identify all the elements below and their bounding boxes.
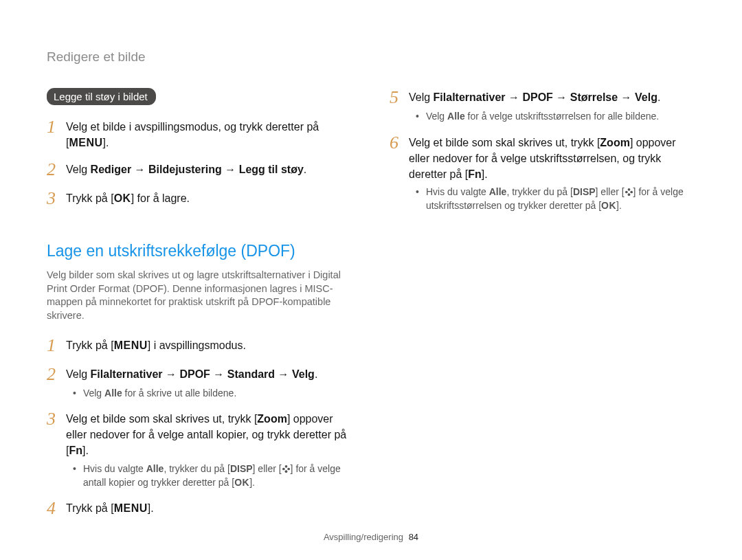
step-text: ]. <box>82 445 89 456</box>
menu-icon: MENU <box>114 339 148 351</box>
svg-point-7 <box>627 193 630 196</box>
dpof-step-4: 4 Trykk på [MENU]. <box>47 499 352 517</box>
svg-point-0 <box>284 465 287 468</box>
step-number: 6 <box>390 133 402 183</box>
zoom-label: Zoom <box>600 137 630 148</box>
step-text: ] i avspillingsmodus. <box>148 339 246 351</box>
menu-icon: MENU <box>69 137 102 148</box>
bullet-text: Hvis du valgte <box>83 463 146 474</box>
step-text: Trykk på [ <box>66 339 114 351</box>
list-item: Velg Alle for å skrive ut alle bildene. <box>73 386 352 400</box>
flower-icon <box>625 188 633 197</box>
menu-path: Filalternativer → DPOF → Standard → Velg <box>91 368 315 380</box>
menu-path: Rediger → Bildejustering → Legg til støy <box>91 164 304 175</box>
bullet-bold: Alle <box>104 388 122 399</box>
bullet-text: for å skrive ut alle bildene. <box>122 388 237 399</box>
flower-icon <box>282 464 291 473</box>
ok-icon: OK <box>114 192 131 204</box>
fn-label: Fn <box>69 445 82 456</box>
step-text: . <box>315 368 317 380</box>
footer-section: Avspilling/redigering <box>324 532 403 542</box>
dpof-step-3: 3 Velg et bilde som skal skrives ut, try… <box>47 410 352 459</box>
step-text: ]. <box>482 168 488 180</box>
step-number: 3 <box>47 410 59 459</box>
section-description: Velg bilder som skal skrives ut og lagre… <box>47 269 352 322</box>
menu-path: Filalternativer → DPOF → Størrelse → Vel… <box>434 91 657 103</box>
step-number: 2 <box>47 160 59 179</box>
page-header: Redigere et bilde <box>47 49 695 65</box>
bullet-text: ]. <box>616 200 622 211</box>
step-text: Trykk på [ <box>66 502 114 514</box>
step-number: 1 <box>47 336 59 355</box>
bullet-text: for å velge utskriftsstørrelsen for alle… <box>465 111 659 122</box>
menu-icon: MENU <box>114 502 148 514</box>
step-text: ]. <box>148 502 154 514</box>
step-number: 5 <box>390 88 402 107</box>
step-number: 2 <box>47 365 59 383</box>
dpof-step-5: 5 Velg Filalternativer → DPOF → Størrels… <box>390 88 695 107</box>
step-number: 4 <box>47 499 59 517</box>
step-number: 1 <box>47 117 59 150</box>
bullet-bold: Alle <box>447 111 465 122</box>
content-columns: Legge til støy i bildet 1 Velg et bilde … <box>47 88 695 528</box>
bullet-text: , trykker du på [ <box>506 186 572 197</box>
list-item: Hvis du valgte Alle, trykker du på [DISP… <box>73 462 352 490</box>
svg-point-6 <box>630 191 633 194</box>
step-text: ]. <box>103 137 109 148</box>
step-text: Velg <box>66 164 91 175</box>
bullet-text: Velg <box>426 111 447 122</box>
page-number: 84 <box>409 532 418 542</box>
step-1: 1 Velg et bilde i avspillingsmodus, og t… <box>47 117 352 150</box>
step-text: . <box>657 91 660 103</box>
bullet-text: ] eller [ <box>253 463 282 474</box>
zoom-label: Zoom <box>257 413 287 425</box>
page-footer: Avspilling/redigering 84 <box>0 532 742 542</box>
list-item: Velg Alle for å velge utskriftsstørrelse… <box>416 109 695 123</box>
list-item: Hvis du valgte Alle, trykker du på [DISP… <box>416 185 695 213</box>
bullet-text: , trykker du på [ <box>164 463 229 474</box>
ok-icon: OK <box>234 477 249 488</box>
dpof-step-6: 6 Velg et bilde som skal skrives ut, try… <box>390 133 695 183</box>
step-text: . <box>304 164 306 175</box>
bullet-text: ] eller [ <box>596 186 625 197</box>
svg-point-9 <box>628 191 630 193</box>
step-text: Velg <box>409 91 434 103</box>
svg-point-3 <box>282 467 285 470</box>
fn-label: Fn <box>468 168 482 180</box>
step-3: 3 Trykk på [OK] for å lagre. <box>47 189 352 208</box>
section-badge: Legge til støy i bildet <box>47 88 156 105</box>
dpof-step-1: 1 Trykk på [MENU] i avspillingsmodus. <box>47 336 352 355</box>
step-text: Trykk på [ <box>66 192 114 204</box>
bullet-text: ]. <box>249 477 255 488</box>
svg-point-5 <box>627 188 630 191</box>
step-2: 2 Velg Rediger → Bildejustering → Legg t… <box>47 160 352 179</box>
svg-point-2 <box>284 470 287 473</box>
step-number: 3 <box>47 189 59 208</box>
svg-point-1 <box>287 467 290 470</box>
svg-point-4 <box>285 468 287 470</box>
left-column: Legge til støy i bildet 1 Velg et bilde … <box>47 88 352 528</box>
step-text: Velg et bilde som skal skrives ut, trykk… <box>66 413 257 425</box>
bullet-bold: Alle <box>489 186 507 197</box>
disp-label: DISP <box>230 463 253 474</box>
step-text: Velg <box>66 368 91 380</box>
bullet-text: Velg <box>83 388 104 399</box>
bullet-bold: Alle <box>146 463 164 474</box>
svg-point-8 <box>625 191 628 194</box>
ok-icon: OK <box>601 200 616 211</box>
step-text: ] for å lagre. <box>131 192 190 204</box>
bullet-text: Hvis du valgte <box>426 186 489 197</box>
dpof-step-2: 2 Velg Filalternativer → DPOF → Standard… <box>47 365 352 383</box>
disp-label: DISP <box>573 186 596 197</box>
section-title: Lage en utskriftsrekkefølge (DPOF) <box>47 242 352 260</box>
step-text: Velg et bilde som skal skrives ut, trykk… <box>409 137 600 148</box>
right-column: 5 Velg Filalternativer → DPOF → Størrels… <box>390 88 695 528</box>
